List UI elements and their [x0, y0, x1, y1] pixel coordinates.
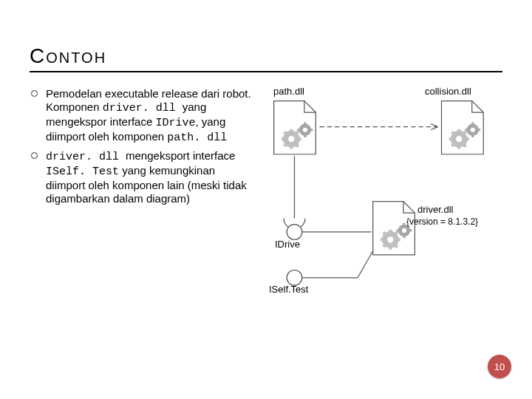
interface-label-iselftest: ISelf.Test [269, 284, 308, 295]
code-text: driver. dll [103, 102, 183, 115]
interface-label-idrive: IDrive [275, 239, 300, 250]
content-columns: Pemodelan executable release dari robot.… [30, 87, 502, 331]
list-item: Pemodelan executable release dari robot.… [30, 87, 251, 145]
text-column: Pemodelan executable release dari robot.… [30, 87, 251, 331]
svg-point-18 [287, 225, 302, 240]
component-label-driver: driver.dll [417, 204, 453, 215]
component-label-collision: collision.dll [425, 86, 471, 97]
slide: Contoh Pemodelan executable release dari… [0, 0, 532, 399]
code-text: ISelf. Test [46, 166, 119, 178]
code-text: IDrive [155, 117, 195, 129]
page-number-badge: 10 [488, 355, 511, 378]
bullet-list: Pemodelan executable release dari robot.… [30, 87, 251, 205]
component-label-path: path.dll [273, 86, 304, 97]
list-item: driver. dll mengeksport interface ISelf.… [30, 149, 251, 205]
code-text: driver. dll [46, 151, 126, 163]
code-text: path. dll [167, 132, 227, 144]
page-number-text: 10 [494, 361, 505, 372]
text: mengeksport interface [126, 149, 235, 162]
component-diagram [259, 87, 502, 338]
page-title: Contoh [30, 44, 502, 72]
tagged-value-version: {version = 8.1.3.2} [406, 216, 478, 227]
diagram-column: path.dll collision.dll driver.dll {versi… [259, 87, 502, 331]
svg-line-22 [358, 251, 373, 278]
